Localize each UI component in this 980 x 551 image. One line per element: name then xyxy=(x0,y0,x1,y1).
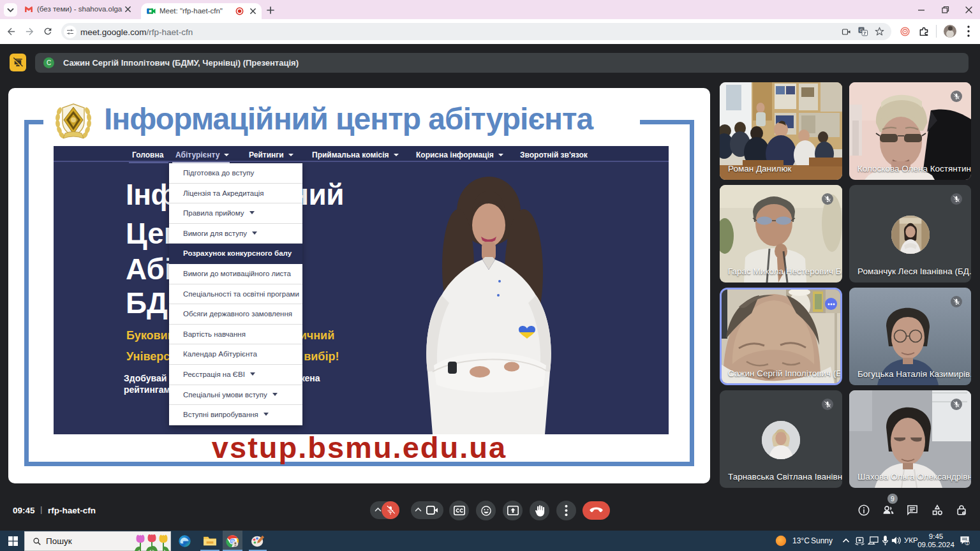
svg-text:1: 1 xyxy=(966,541,969,545)
